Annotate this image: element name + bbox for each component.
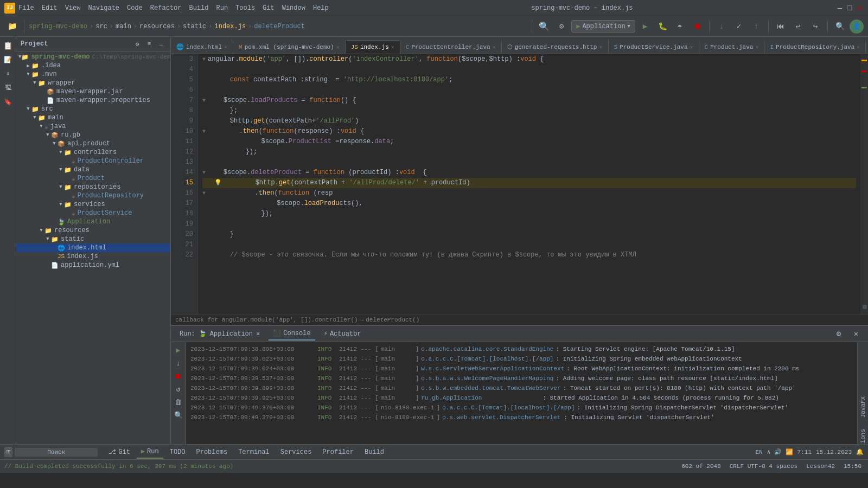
code-content[interactable]: ▼ angular.module('app', []).controller('… xyxy=(198,54,860,314)
menu-run[interactable]: Run xyxy=(216,4,228,12)
tree-item-repositories[interactable]: ▼ 📁 repositories xyxy=(16,183,170,191)
taskbar-git[interactable]: ⎇ Git xyxy=(104,446,135,458)
tab-close-generated-requests[interactable]: ✕ xyxy=(599,44,602,50)
lesson-status[interactable]: Lesson42 xyxy=(804,463,837,470)
breadcrumb-main[interactable]: main xyxy=(116,23,131,30)
menu-help[interactable]: Help xyxy=(313,4,329,12)
fold-3[interactable]: ▼ xyxy=(202,54,206,65)
menu-build[interactable]: Build xyxy=(189,4,208,12)
breadcrumb-file[interactable]: index.js xyxy=(215,23,246,30)
tree-item-index-html[interactable]: 🌐 index.html xyxy=(16,243,170,252)
tab-close-index-js[interactable]: ✕ xyxy=(391,44,394,50)
project-panel-toggle[interactable]: 📁 xyxy=(4,19,20,34)
menu-file[interactable]: File xyxy=(18,4,34,12)
search-bar[interactable]: Поиск xyxy=(15,448,98,457)
console-close-btn[interactable]: ✕ xyxy=(848,326,864,342)
tabs-more-btn[interactable]: ⋮ xyxy=(866,38,868,54)
menu-git[interactable]: Git xyxy=(263,4,275,12)
tree-item-maven-props[interactable]: 📄 maven-wrapper.properties xyxy=(16,96,170,105)
console-tab[interactable]: ⬛ Console xyxy=(269,327,315,341)
tree-item-wrapper[interactable]: ▼ 📁 wrapper xyxy=(16,79,170,87)
tree-item-src[interactable]: ▼ 📁 src xyxy=(16,105,170,113)
tree-item-services[interactable]: ▼ 📁 services xyxy=(16,200,170,209)
tab-close-productservice[interactable]: ✕ xyxy=(690,44,693,50)
breadcrumb-src[interactable]: src xyxy=(95,23,107,30)
tab-close-product[interactable]: ✕ xyxy=(755,44,758,50)
tab-close-productrepository[interactable]: ✕ xyxy=(857,44,860,50)
tree-item-index-js[interactable]: JS index.js xyxy=(16,252,170,261)
tab-productservice[interactable]: S ProductService.java ✕ xyxy=(609,41,699,54)
coverage-button[interactable]: ☂ xyxy=(672,19,687,34)
find-btn[interactable]: 🔍 xyxy=(832,19,847,34)
tab-index-html[interactable]: 🌐 index.html ✕ xyxy=(171,40,233,54)
tree-item-productcontroller[interactable]: ☕ ProductController xyxy=(16,157,170,165)
tab-productrepository[interactable]: I ProductRepository.java ✕ xyxy=(764,41,866,54)
actuator-tab[interactable]: ⚡ Actuator xyxy=(320,328,366,340)
tree-item-productservice[interactable]: ☕ ProductService xyxy=(16,209,170,217)
line-col-status[interactable]: 602 of 2048 xyxy=(679,463,723,470)
breadcrumb-resources[interactable]: resources xyxy=(139,23,175,30)
filter-btn[interactable]: 🔍 xyxy=(173,409,184,421)
menu-window[interactable]: Window xyxy=(282,4,305,12)
clear-console-btn[interactable]: 🗑 xyxy=(173,396,184,408)
bookmark-icon[interactable]: 🔖 xyxy=(2,95,15,108)
taskbar-run[interactable]: ▶ Run xyxy=(137,445,163,459)
tree-item-resources[interactable]: ▼ 📁 resources xyxy=(16,226,170,235)
notifications-label[interactable]: Notifications xyxy=(860,429,866,444)
tree-item-rugb[interactable]: ▼ 📦 ru.gb xyxy=(16,131,170,139)
tree-item-idea[interactable]: ▶ 📁 .idea xyxy=(16,61,170,70)
taskbar-todo[interactable]: TODO xyxy=(165,446,190,458)
fold-16[interactable]: ▼ xyxy=(202,188,206,198)
taskbar-build[interactable]: Build xyxy=(360,446,388,458)
minimize-button[interactable]: — xyxy=(835,4,844,12)
run-config-selector[interactable]: ▶ Application ▼ xyxy=(571,20,635,33)
encoding-status[interactable]: CRLF UTF-8 4 spaces xyxy=(727,463,800,470)
editor-scrollbar[interactable] xyxy=(860,54,868,314)
tree-item-apiproduct[interactable]: ▼ 📦 api.product xyxy=(16,139,170,148)
add-config-btn[interactable]: ⚙ xyxy=(554,19,569,34)
tree-item-main[interactable]: ▼ 📁 main xyxy=(16,113,170,122)
scroll-thumb[interactable] xyxy=(863,305,867,309)
project-settings-icon[interactable]: ⚙ xyxy=(132,39,142,49)
fold-5[interactable] xyxy=(202,75,212,85)
systray-notification[interactable]: 🔔 xyxy=(856,448,864,455)
tab-index-js[interactable]: JS index.js ✕ xyxy=(346,40,400,54)
stop-app-btn[interactable]: ⏹ xyxy=(173,370,184,382)
tree-item-maven-jar[interactable]: 📦 maven-wrapper.jar xyxy=(16,87,170,96)
close-button[interactable]: ✕ xyxy=(855,4,864,12)
pull-request-icon[interactable]: ⬇ xyxy=(2,67,15,80)
run-button[interactable]: ▶ xyxy=(637,19,653,34)
tab-close-productcontroller[interactable]: ✕ xyxy=(493,44,496,50)
tab-generated-requests[interactable]: ⬡ generated-requests.http ✕ xyxy=(502,40,609,54)
maximize-button[interactable]: □ xyxy=(845,4,854,12)
console-settings-btn[interactable]: ⚙ xyxy=(831,326,846,342)
run-tab-close[interactable]: ✕ xyxy=(256,330,260,338)
run-config-dropdown-icon[interactable]: ▼ xyxy=(628,24,630,29)
breadcrumb-method[interactable]: deleteProduct xyxy=(254,23,305,30)
run-app-label[interactable]: Application xyxy=(210,330,253,338)
git-update-btn[interactable]: ↓ xyxy=(714,19,729,34)
redo-btn[interactable]: ↪ xyxy=(808,19,823,34)
git-push-btn[interactable]: ↑ xyxy=(749,19,764,34)
menu-navigate[interactable]: Navigate xyxy=(88,4,119,12)
recent-files-btn[interactable]: ⏮ xyxy=(773,19,788,34)
search-everywhere-btn[interactable]: 🔍 xyxy=(537,19,552,34)
undo-btn[interactable]: ↩ xyxy=(790,19,806,34)
menu-tools[interactable]: Tools xyxy=(235,4,255,12)
project-collapse-icon[interactable]: ≡ xyxy=(144,39,154,49)
taskbar-services[interactable]: Services xyxy=(276,446,316,458)
tab-close-index-html[interactable]: ✕ xyxy=(224,44,227,50)
scroll-to-end-btn[interactable]: ↓ xyxy=(173,357,184,369)
tree-item-appyml[interactable]: 📄 application.yml xyxy=(16,261,170,269)
project-view-icon[interactable]: 📋 xyxy=(2,39,15,52)
commit-icon[interactable]: 📝 xyxy=(2,53,15,66)
windows-start-btn[interactable]: ⊞ xyxy=(4,447,12,457)
taskbar-profiler[interactable]: Profiler xyxy=(318,446,358,458)
fold-7[interactable]: ▼ xyxy=(202,95,206,106)
tree-item-mvn[interactable]: ▼ 📁 .mvn xyxy=(16,70,170,79)
tab-productcontroller[interactable]: C ProductController.java ✕ xyxy=(400,41,502,54)
git-commit-btn[interactable]: ✓ xyxy=(731,19,746,34)
fold-14[interactable]: ▼ xyxy=(202,168,206,178)
tree-item-application[interactable]: 🍃 Application xyxy=(16,217,170,226)
menu-edit[interactable]: Edit xyxy=(42,4,58,12)
